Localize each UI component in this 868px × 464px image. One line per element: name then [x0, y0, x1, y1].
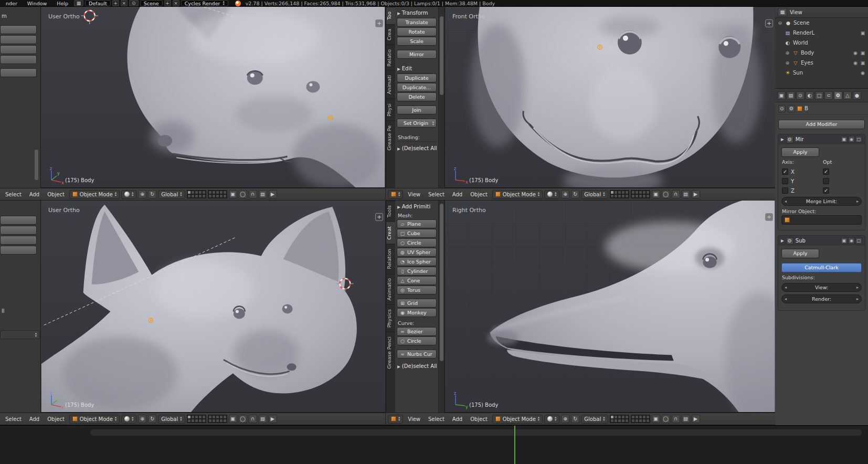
layer-grid-right[interactable]	[208, 190, 227, 198]
render-engine-dropdown[interactable]: Cycles Render	[181, 0, 228, 6]
partial-dropdown[interactable]	[0, 330, 40, 339]
outliner-view-menu[interactable]: View	[790, 9, 802, 15]
render-opengl-anim-icon[interactable]: ▶	[269, 415, 277, 423]
slider-decrease-icon[interactable]: ◂	[785, 285, 787, 290]
join-button[interactable]: Join	[397, 106, 437, 114]
tab-create[interactable]: Crea	[386, 24, 395, 45]
tab-grease-pencil[interactable]: Grease Pe	[386, 121, 395, 155]
expand-region-button[interactable]: +	[375, 19, 383, 27]
viewport-canvas[interactable]	[445, 7, 775, 187]
eye-icon[interactable]: ◉	[860, 70, 866, 76]
pin-icon[interactable]: ⊙	[778, 105, 786, 112]
menu-add[interactable]: Add	[449, 416, 465, 422]
viewport-canvas[interactable]	[445, 201, 775, 412]
partial-button[interactable]	[0, 226, 37, 235]
toolshelf-scrollbar[interactable]	[438, 7, 444, 188]
duplicate-linked-button[interactable]: Duplicate...	[397, 83, 437, 92]
timeline-playhead[interactable]	[514, 426, 515, 464]
delete-scene-button[interactable]: ×	[173, 0, 179, 6]
translate-button[interactable]: Translate	[397, 18, 437, 27]
add-modifier-button[interactable]: Add Modifier	[778, 120, 865, 129]
add-grid-button[interactable]: ⊞Grid	[397, 299, 437, 308]
panel-header-transform[interactable]: ▶Transform	[397, 10, 437, 16]
layer-grid-right[interactable]	[631, 190, 650, 198]
menu-object[interactable]: Object	[44, 416, 68, 422]
edit-visibility-icon[interactable]: □	[855, 237, 862, 244]
add-cube-button[interactable]: □Cube	[397, 229, 437, 238]
tab-create[interactable]: Creat	[386, 222, 395, 244]
menu-view[interactable]: View	[405, 416, 424, 422]
editor-type-dropdown[interactable]	[388, 190, 403, 199]
proportional-edit-icon[interactable]: ◯	[239, 415, 247, 423]
subdivisions-render-slider[interactable]: ◂ Render: ▸	[781, 294, 862, 303]
snap-magnet-icon[interactable]: ∩	[249, 415, 257, 423]
partial-button[interactable]	[0, 25, 37, 34]
manipulator-translate-icon[interactable]: ⊕	[138, 415, 146, 423]
panel-header-add-primitive[interactable]: ▶Add Primiti	[397, 204, 437, 209]
layer-grid-left[interactable]	[187, 190, 206, 198]
viewport-shading-dropdown[interactable]	[544, 415, 559, 424]
editor-type-icon[interactable]: ▦	[74, 0, 83, 6]
merge-limit-slider[interactable]: ◂ Merge Limit: ▸	[781, 197, 862, 206]
render-opengl-icon[interactable]: ▤	[259, 190, 267, 198]
tab-tools[interactable]: Tools	[386, 201, 395, 222]
panel-header-deselect[interactable]: ▶(De)select All	[397, 145, 437, 151]
tab-animation[interactable]: Animati	[386, 70, 395, 99]
manipulator-translate-icon[interactable]: ⊕	[138, 190, 146, 198]
render-opengl-anim-icon[interactable]: ▶	[692, 415, 700, 423]
add-torus-button[interactable]: ◎Torus	[397, 286, 437, 294]
subdivisions-view-slider[interactable]: ◂ View: ▸	[781, 283, 862, 292]
tab-relations[interactable]: Relation	[386, 244, 395, 273]
scrollbar-thumb[interactable]	[35, 150, 38, 180]
menu-window[interactable]: Window	[23, 1, 51, 6]
axis-x-checkbox[interactable]: ✓	[782, 168, 788, 175]
tab-grease-pencil[interactable]: Grease Penci	[386, 332, 395, 373]
add-layout-button[interactable]: +	[112, 0, 119, 6]
partial-button[interactable]	[0, 246, 37, 255]
partial-button[interactable]	[0, 236, 37, 245]
tab-render-layers-icon[interactable]: ▤	[787, 91, 795, 100]
viewport-shading-dropdown[interactable]	[121, 415, 136, 424]
expand-region-button[interactable]: +	[375, 213, 383, 221]
partial-button[interactable]	[0, 55, 37, 64]
tab-world-icon[interactable]: ◐	[806, 91, 814, 100]
render-opengl-icon[interactable]: ▤	[682, 415, 690, 423]
partial-button[interactable]	[0, 45, 37, 54]
slider-decrease-icon[interactable]: ◂	[785, 199, 787, 204]
menu-view[interactable]: View	[405, 192, 424, 197]
lock-icon[interactable]: ▣	[652, 190, 660, 198]
scrollbar-thumb[interactable]	[440, 16, 443, 95]
expand-icon[interactable]: ⊕	[785, 60, 790, 66]
tab-scene-icon[interactable]: ⊙	[796, 91, 805, 100]
tab-modifiers-icon[interactable]: ⚙	[834, 91, 842, 100]
menu-add[interactable]: Add	[26, 416, 43, 422]
tab-object-icon[interactable]: □	[815, 91, 823, 100]
outliner-item-world[interactable]: ◐ World	[782, 38, 868, 48]
manipulator-translate-icon[interactable]: ⊕	[561, 415, 569, 423]
viewport-canvas[interactable]	[41, 201, 385, 412]
add-scene-button[interactable]: +	[164, 0, 171, 6]
scene-icon[interactable]: ⊙	[129, 0, 139, 6]
layer-grid-left[interactable]	[187, 415, 206, 423]
axis-y-checkbox[interactable]	[782, 178, 788, 184]
timeline-editor[interactable]	[0, 425, 868, 464]
mirror-object-field[interactable]	[781, 215, 862, 225]
outliner-item-scene[interactable]: ⊖ ● Scene	[775, 18, 868, 28]
timeline-scrollbar[interactable]	[90, 429, 862, 436]
add-monkey-button[interactable]: ◉Monkey	[397, 308, 437, 317]
menu-add[interactable]: Add	[449, 192, 465, 197]
render-visibility-icon[interactable]: ▣	[841, 136, 848, 143]
option-vgroups-checkbox[interactable]: ✓	[823, 187, 829, 194]
menu-select[interactable]: Select	[425, 192, 448, 197]
partial-button[interactable]	[0, 216, 37, 225]
camera-icon[interactable]: ▣	[860, 60, 866, 66]
tab-render-icon[interactable]: ▣	[777, 91, 786, 100]
menu-add[interactable]: Add	[26, 192, 43, 197]
add-plane-button[interactable]: ▱Plane	[397, 219, 437, 228]
slider-increase-icon[interactable]: ▸	[856, 297, 859, 301]
layer-grid-right[interactable]	[208, 415, 227, 423]
camera-icon[interactable]: ▣	[860, 50, 866, 56]
expand-region-button[interactable]: +	[765, 19, 773, 27]
render-visibility-icon[interactable]: ▣	[841, 237, 848, 244]
render-opengl-anim-icon[interactable]: ▶	[692, 190, 700, 198]
